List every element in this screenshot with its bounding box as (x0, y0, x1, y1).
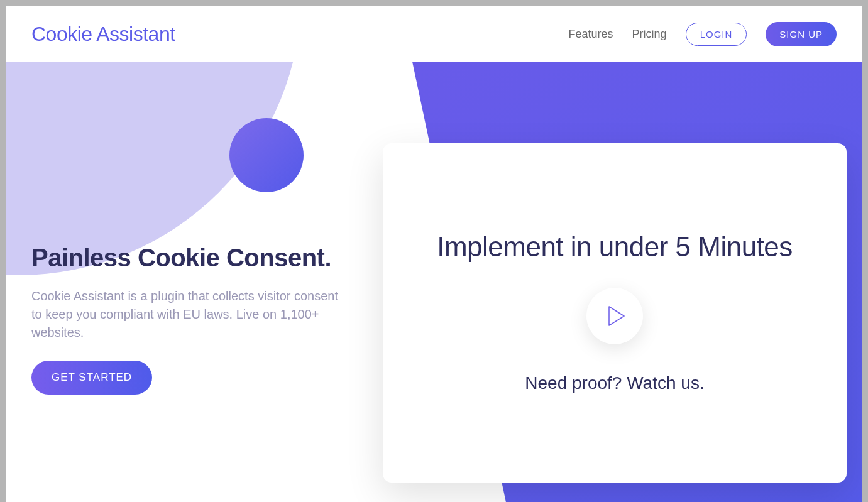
hero-section: Painless Cookie Consent. Cookie Assistan… (6, 62, 862, 502)
nav-pricing[interactable]: Pricing (632, 28, 667, 41)
demo-card: Implement in under 5 Minutes Need proof?… (383, 143, 847, 483)
get-started-button[interactable]: GET STARTED (31, 361, 152, 395)
site-header: Cookie Assistant Features Pricing LOGIN … (6, 6, 862, 62)
login-button[interactable]: LOGIN (686, 23, 747, 46)
play-button[interactable] (586, 288, 643, 344)
svg-marker-0 (609, 307, 624, 325)
decorative-circle-icon (229, 118, 304, 192)
hero-title: Painless Cookie Consent. (31, 244, 352, 272)
brand-logo[interactable]: Cookie Assistant (31, 23, 175, 46)
main-nav: Features Pricing LOGIN SIGN UP (569, 22, 837, 46)
demo-card-subtitle: Need proof? Watch us. (525, 373, 704, 393)
hero-description: Cookie Assistant is a plugin that collec… (31, 287, 352, 342)
demo-card-title: Implement in under 5 Minutes (437, 231, 793, 263)
signup-button[interactable]: SIGN UP (766, 22, 837, 46)
hero-content: Painless Cookie Consent. Cookie Assistan… (31, 244, 352, 395)
nav-features[interactable]: Features (569, 28, 613, 41)
play-icon (608, 305, 625, 327)
